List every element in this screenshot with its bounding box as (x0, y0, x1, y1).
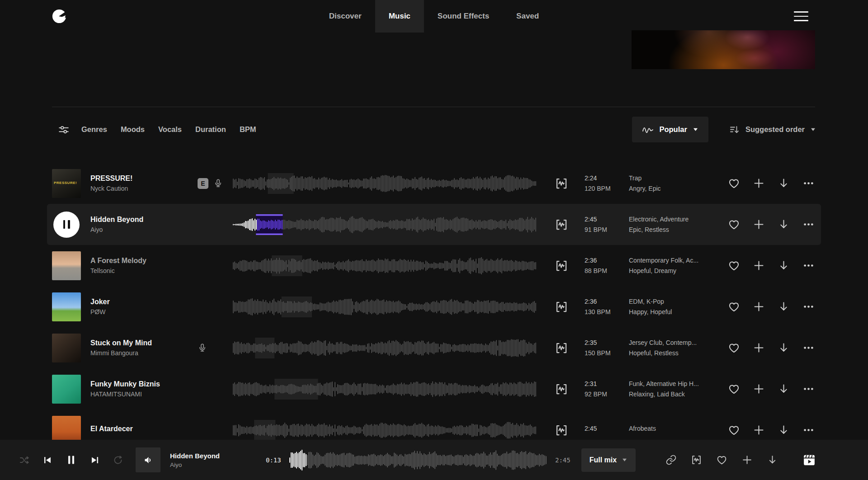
add-to-playlist-button[interactable] (753, 342, 765, 354)
more-options-button[interactable] (802, 424, 815, 436)
track-title[interactable]: Funky Munky Biznis (90, 380, 198, 388)
track-row[interactable]: A Forest Melody Tellsonic 2:36 (47, 245, 821, 286)
add-to-playlist-button[interactable] (753, 177, 765, 189)
more-options-button[interactable] (802, 259, 815, 272)
track-row[interactable]: Stuck on My Mind Mimmi Bangoura 2:3 (47, 327, 821, 368)
filter-duration[interactable]: Duration (195, 125, 226, 134)
track-artist[interactable]: PØW (90, 308, 198, 315)
track-artwork[interactable] (52, 375, 81, 404)
add-to-playlist-button[interactable] (753, 218, 765, 231)
add-to-playlist-button[interactable] (753, 301, 765, 313)
download-button[interactable] (778, 342, 790, 354)
more-options-button[interactable] (802, 342, 815, 354)
similar-tracks-icon[interactable] (555, 382, 568, 396)
player-track-title[interactable]: Hidden Beyond (170, 452, 250, 460)
track-waveform[interactable] (233, 255, 537, 276)
filter-vocals[interactable]: Vocals (158, 125, 182, 134)
track-artist[interactable]: Nyck Caution (90, 185, 198, 192)
track-moods[interactable]: Happy, Hopeful (629, 308, 722, 315)
player-waveform[interactable] (289, 448, 548, 472)
track-title[interactable]: A Forest Melody (90, 257, 198, 265)
track-artist[interactable]: Aiyo (90, 226, 198, 233)
previous-track-button[interactable] (42, 455, 53, 466)
track-moods[interactable]: Hopeful, Restless (629, 349, 722, 357)
track-moods[interactable]: Relaxing, Laid Back (629, 391, 722, 398)
track-waveform[interactable] (233, 296, 537, 317)
track-genres[interactable]: Trap (629, 174, 722, 182)
more-options-button[interactable] (802, 177, 815, 189)
tab-music[interactable]: Music (375, 0, 424, 33)
filter-bpm[interactable]: BPM (240, 125, 256, 134)
download-button[interactable] (778, 301, 790, 313)
track-genres[interactable]: Contemporary Folk, Ac... (629, 257, 722, 264)
track-genres[interactable]: Jersey Club, Contemp... (629, 339, 722, 346)
video-project-button[interactable] (802, 453, 816, 467)
copy-link-button[interactable] (665, 454, 677, 466)
track-title[interactable]: Stuck on My Mind (90, 339, 198, 347)
track-waveform[interactable] (233, 338, 537, 358)
track-artist[interactable]: HATAMITSUNAMI (90, 391, 198, 398)
similar-tracks-icon[interactable] (555, 218, 568, 231)
track-row[interactable]: Funky Munky Biznis HATAMITSUNAMI 2: (47, 368, 821, 409)
popular-sort-button[interactable]: Popular (632, 117, 708, 142)
download-button[interactable] (778, 259, 790, 272)
track-title[interactable]: Hidden Beyond (90, 216, 198, 224)
more-options-button[interactable] (802, 218, 815, 231)
track-genres[interactable]: Afrobeats (629, 425, 722, 432)
track-waveform[interactable] (233, 379, 537, 400)
hero-image[interactable] (632, 30, 815, 69)
track-row[interactable]: Joker PØW 2:36 130 BPM (47, 286, 821, 327)
track-waveform[interactable] (233, 173, 537, 194)
repeat-button[interactable] (113, 455, 123, 466)
like-button[interactable] (728, 301, 740, 313)
download-button[interactable] (778, 424, 790, 436)
like-button[interactable] (728, 259, 740, 272)
download-button[interactable] (778, 218, 790, 231)
similar-tracks-button[interactable] (691, 454, 702, 466)
like-button[interactable] (716, 454, 727, 466)
similar-tracks-icon[interactable] (555, 341, 568, 355)
track-artwork[interactable]: PRESSURE! (52, 169, 81, 198)
like-button[interactable] (728, 424, 740, 436)
track-title[interactable]: Joker (90, 298, 198, 306)
track-waveform[interactable] (233, 420, 537, 441)
similar-tracks-icon[interactable] (555, 177, 568, 190)
add-to-playlist-button[interactable] (741, 454, 753, 466)
track-title[interactable]: El Atardecer (90, 425, 198, 433)
hamburger-menu-icon[interactable] (794, 11, 808, 21)
download-button[interactable] (778, 383, 790, 395)
like-button[interactable] (728, 218, 740, 231)
like-button[interactable] (728, 342, 740, 354)
track-artwork[interactable] (52, 334, 81, 362)
add-to-playlist-button[interactable] (753, 383, 765, 395)
track-waveform[interactable] (233, 214, 537, 235)
suggested-order-button[interactable]: Suggested order (729, 124, 816, 135)
track-artwork[interactable] (52, 292, 81, 321)
add-to-playlist-button[interactable] (753, 424, 765, 436)
track-genres[interactable]: EDM, K-Pop (629, 298, 722, 305)
track-moods[interactable]: Angry, Epic (629, 185, 722, 192)
similar-tracks-icon[interactable] (555, 424, 568, 437)
player-track-artist[interactable]: Aiyo (170, 461, 250, 468)
download-button[interactable] (778, 177, 790, 189)
track-moods[interactable]: Epic, Restless (629, 226, 722, 233)
like-button[interactable] (728, 177, 740, 189)
filter-genres[interactable]: Genres (81, 125, 107, 134)
next-track-button[interactable] (90, 455, 100, 466)
more-options-button[interactable] (802, 383, 815, 395)
track-row[interactable]: PRESSURE! PRESSURE! Nyck Caution E (47, 163, 821, 204)
more-options-button[interactable] (802, 301, 815, 313)
add-to-playlist-button[interactable] (753, 259, 765, 272)
pause-track-button[interactable] (53, 212, 80, 238)
tab-sound-effects[interactable]: Sound Effects (424, 0, 503, 33)
track-artist[interactable]: Tellsonic (90, 267, 198, 274)
tab-saved[interactable]: Saved (503, 0, 552, 33)
player-pause-button[interactable] (65, 454, 77, 466)
epidemic-sound-logo-icon[interactable] (52, 9, 67, 24)
track-artwork[interactable] (52, 251, 81, 280)
track-artist[interactable]: Mimmi Bangoura (90, 349, 198, 357)
track-genres[interactable]: Electronic, Adventure (629, 216, 722, 223)
similar-tracks-icon[interactable] (555, 300, 568, 314)
filter-moods[interactable]: Moods (121, 125, 145, 134)
track-title[interactable]: PRESSURE! (90, 174, 198, 183)
